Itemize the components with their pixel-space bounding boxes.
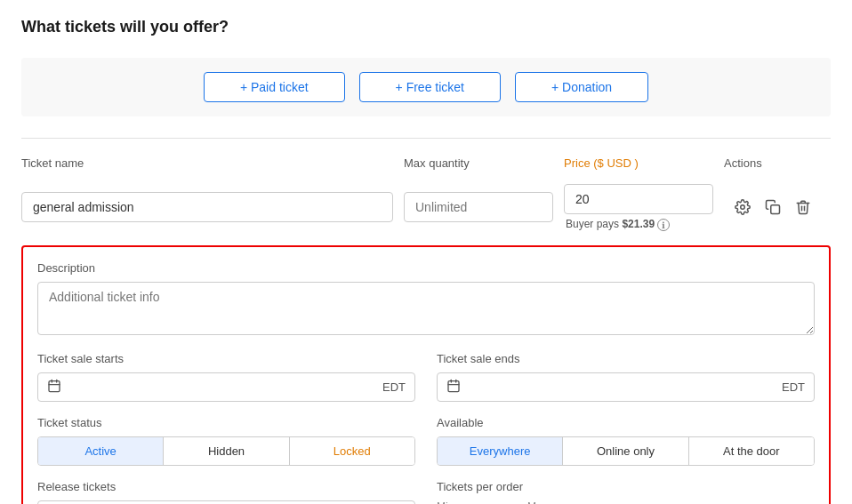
col-header-ticket-name: Ticket name [21, 156, 404, 170]
status-active-button[interactable]: Active [38, 437, 164, 465]
buyer-pays-info-icon[interactable]: ℹ [657, 219, 670, 231]
ticket-status-label: Ticket status [37, 416, 415, 429]
available-online-button[interactable]: Online only [563, 437, 688, 465]
buyer-pays-amount: $21.39 [622, 218, 655, 230]
ticket-sale-ends-field[interactable] [468, 380, 775, 394]
free-ticket-button[interactable]: + Free ticket [359, 72, 501, 102]
svg-rect-6 [448, 380, 459, 391]
divider-top [21, 138, 831, 139]
ticket-row: Buyer pays $21.39 ℹ [21, 184, 831, 231]
available-everywhere-button[interactable]: Everywhere [438, 437, 563, 465]
ticket-details-panel: Description Ticket sale starts [21, 245, 831, 504]
release-tickets-select[interactable]: Immediately after purchase [37, 500, 415, 504]
status-hidden-button[interactable]: Hidden [164, 437, 289, 465]
col-header-price: Price ($ USD ) [564, 156, 724, 170]
delete-button[interactable] [792, 196, 815, 219]
description-textarea[interactable] [37, 282, 815, 335]
max-col: Max [527, 500, 607, 504]
ticket-type-buttons-row: + Paid ticket + Free ticket + Donation [21, 58, 831, 116]
price-cell: Buyer pays $21.39 ℹ [564, 184, 724, 231]
bottom-section: Release tickets Immediately after purcha… [37, 480, 815, 504]
min-col: Min [437, 500, 517, 504]
status-available-section: Ticket status Active Hidden Locked Avail… [37, 416, 815, 466]
max-label: Max [527, 500, 607, 504]
ticket-sale-starts-field[interactable] [68, 380, 375, 394]
svg-rect-1 [771, 205, 780, 214]
ticket-sale-ends-col: Ticket sale ends EDT [437, 352, 815, 402]
ticket-sale-starts-label: Ticket sale starts [37, 352, 415, 365]
ticket-name-input[interactable] [21, 192, 393, 222]
ticket-status-col: Ticket status Active Hidden Locked [37, 416, 415, 466]
max-quantity-input[interactable] [404, 192, 553, 222]
release-tickets-label: Release tickets [37, 480, 415, 493]
donation-button[interactable]: + Donation [515, 72, 648, 102]
ticket-sale-starts-input-row[interactable]: EDT [37, 372, 415, 402]
ticket-sale-ends-label: Ticket sale ends [437, 352, 815, 365]
available-label: Available [437, 416, 815, 429]
ticket-status-segmented: Active Hidden Locked [37, 436, 415, 466]
available-col: Available Everywhere Online only At the … [437, 416, 815, 466]
min-max-row: Min Max [437, 500, 815, 504]
max-quantity-cell [404, 192, 564, 222]
actions-col [724, 196, 831, 219]
ticket-name-cell [21, 192, 404, 222]
status-locked-button[interactable]: Locked [290, 437, 414, 465]
available-segmented: Everywhere Online only At the door [437, 436, 815, 466]
page-title: What tickets will you offer? [21, 18, 831, 36]
price-input[interactable] [564, 184, 713, 214]
available-door-button[interactable]: At the door [689, 437, 814, 465]
settings-button[interactable] [731, 196, 754, 219]
min-label: Min [437, 500, 517, 504]
paid-ticket-button[interactable]: + Paid ticket [204, 72, 345, 102]
calendar-start-icon[interactable] [47, 379, 61, 396]
col-header-actions: Actions [724, 156, 831, 170]
release-tickets-select-wrapper: Immediately after purchase ▼ [37, 500, 415, 504]
release-tickets-col: Release tickets Immediately after purcha… [37, 480, 415, 504]
start-edt-label: EDT [382, 380, 406, 394]
duplicate-button[interactable] [761, 196, 784, 219]
tickets-per-order-label: Tickets per order [437, 480, 815, 493]
buyer-pays-info: Buyer pays $21.39 ℹ [564, 218, 724, 231]
col-header-max-quantity: Max quantity [404, 156, 564, 170]
table-header: Ticket name Max quantity Price ($ USD ) … [21, 149, 831, 177]
ticket-sale-ends-input-row[interactable]: EDT [437, 372, 815, 402]
end-edt-label: EDT [782, 380, 805, 394]
calendar-end-icon[interactable] [446, 379, 461, 396]
ticket-sale-starts-col: Ticket sale starts EDT [37, 352, 415, 402]
page-container: What tickets will you offer? + Paid tick… [0, 0, 852, 504]
description-label: Description [37, 261, 815, 275]
tickets-per-order-col: Tickets per order Min Max [437, 480, 815, 504]
svg-point-0 [741, 205, 745, 210]
svg-rect-2 [49, 380, 60, 391]
sale-dates-section: Ticket sale starts EDT Ticket s [37, 352, 815, 402]
